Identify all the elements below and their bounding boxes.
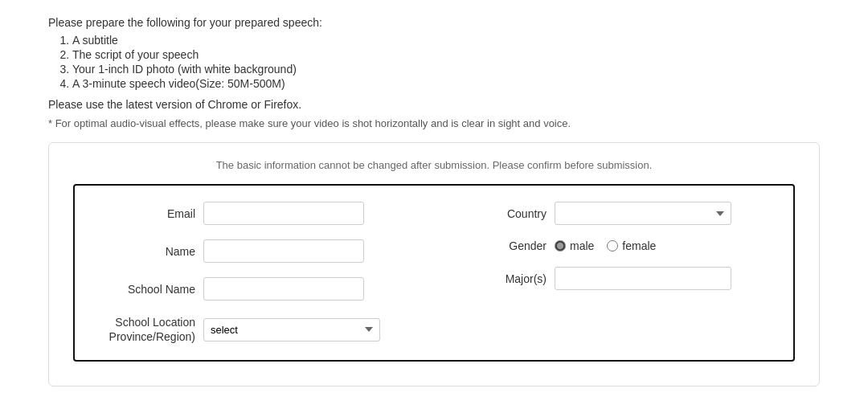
- school-name-row: School Name: [99, 277, 418, 300]
- form-inner: Email Name School Name: [73, 184, 795, 362]
- chrome-note: Please use the latest version of Chrome …: [48, 98, 820, 111]
- email-row: Email: [99, 202, 418, 225]
- gender-row: Gender male female: [450, 239, 769, 252]
- gender-female-label: female: [622, 239, 656, 252]
- instructions-section: Please prepare the following for your pr…: [48, 16, 820, 129]
- prepare-list: A subtitle The script of your speech You…: [72, 34, 820, 90]
- gender-male-label: male: [570, 239, 594, 252]
- country-label: Country: [450, 207, 547, 220]
- gender-label: Gender: [450, 239, 547, 252]
- left-column: Email Name School Name: [99, 202, 434, 344]
- school-name-label: School Name: [99, 283, 195, 296]
- list-item-4: A 3-minute speech video(Size: 50M-500M): [72, 77, 820, 90]
- country-row: Country: [450, 202, 769, 225]
- form-columns: Email Name School Name: [99, 202, 769, 344]
- form-card: The basic information cannot be changed …: [48, 142, 820, 386]
- majors-label: Major(s): [450, 272, 547, 285]
- email-input[interactable]: [203, 202, 364, 225]
- av-note: * For optimal audio-visual effects, plea…: [48, 117, 820, 129]
- right-column: Country Gender male: [434, 202, 769, 344]
- form-notice: The basic information cannot be changed …: [73, 159, 795, 171]
- list-item-3: Your 1-inch ID photo (with white backgro…: [72, 63, 820, 76]
- prepare-text: Please prepare the following for your pr…: [48, 16, 820, 29]
- gender-female-option[interactable]: female: [607, 239, 656, 252]
- name-input[interactable]: [203, 239, 364, 263]
- gender-female-radio[interactable]: [607, 240, 618, 251]
- gender-male-option[interactable]: male: [555, 239, 594, 252]
- gender-group: male female: [555, 239, 656, 252]
- school-location-label: School LocationProvince/Region): [99, 315, 195, 344]
- majors-input[interactable]: [555, 267, 731, 290]
- name-row: Name: [99, 239, 418, 263]
- majors-row: Major(s): [450, 267, 769, 290]
- country-select[interactable]: [555, 202, 731, 225]
- school-location-row: School LocationProvince/Region) select: [99, 315, 418, 344]
- list-item-1: A subtitle: [72, 34, 820, 47]
- name-label: Name: [99, 245, 195, 258]
- school-name-input[interactable]: [203, 277, 364, 300]
- list-item-2: The script of your speech: [72, 48, 820, 61]
- email-label: Email: [99, 207, 195, 220]
- school-location-select[interactable]: select: [203, 318, 380, 341]
- gender-male-radio[interactable]: [555, 240, 566, 251]
